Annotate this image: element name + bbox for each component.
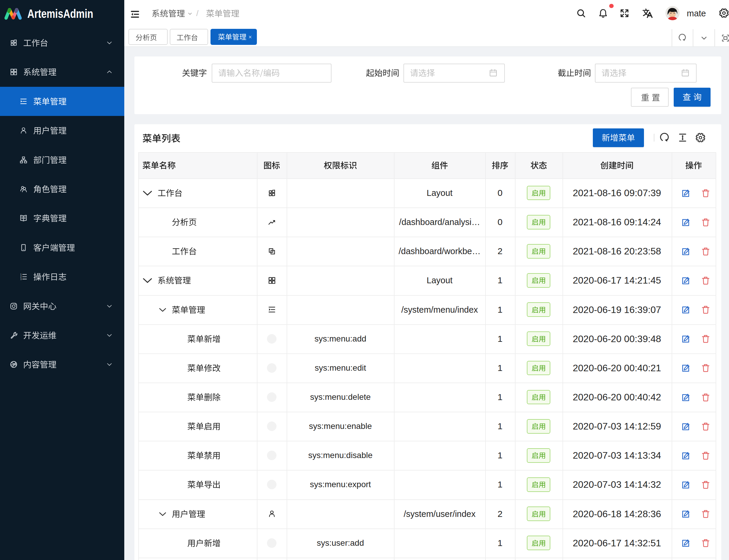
svg-text:3: 3 [20, 278, 22, 281]
